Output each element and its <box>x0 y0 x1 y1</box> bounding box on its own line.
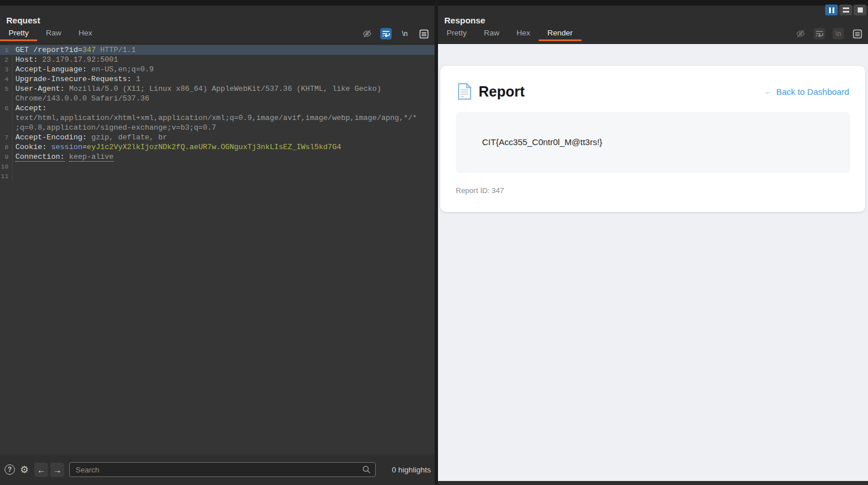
report-card-header: Report ← Back to Dashboard <box>457 82 849 101</box>
request-line-8[interactable]: 8Cookie: session=eyJ1c2VyX2lkIjozNDk2fQ.… <box>0 142 435 152</box>
flag-text: CIT{Acc355_C0ntr0l_M@tt3rs!} <box>482 137 602 147</box>
response-tabbar: PrettyRawHexRender <box>438 26 868 41</box>
newline-chars-icon[interactable]: \n <box>833 28 844 39</box>
line-number: 4 <box>0 74 13 84</box>
report-content-box: CIT{Acc355_C0ntr0l_M@tt3rs!} <box>456 112 850 173</box>
line-number: 10 <box>0 162 13 171</box>
response-tab-raw[interactable]: Raw <box>475 26 508 41</box>
response-panel: Response PrettyRawHexRender <box>438 6 868 485</box>
response-toolbar: \n <box>795 26 868 41</box>
search-input[interactable] <box>69 462 376 477</box>
line-number: 7 <box>0 133 13 142</box>
request-line-9[interactable]: 9Connection: keep-alive <box>0 152 435 162</box>
request-title: Request <box>6 15 435 25</box>
document-icon <box>457 83 472 100</box>
back-to-dashboard-link[interactable]: ← Back to Dashboard <box>764 87 849 97</box>
request-line-11[interactable]: 11 <box>0 171 435 181</box>
line-number: 8 <box>0 142 13 152</box>
request-toolbar: \n <box>361 26 435 41</box>
line-number: 2 <box>0 55 13 65</box>
search-icon <box>362 465 371 474</box>
request-line-wrap-7[interactable]: text/html,application/xhtml+xml,applicat… <box>0 113 435 123</box>
request-tab-raw[interactable]: Raw <box>37 26 70 41</box>
rows-layout-icon[interactable] <box>839 5 852 15</box>
request-line-7[interactable]: 7Accept-Encoding: gzip, deflate, br <box>0 133 435 142</box>
back-arrow-icon: ← <box>764 87 772 96</box>
request-line-5[interactable]: 5User-Agent: Mozilla/5.0 (X11; Linux x86… <box>0 84 435 94</box>
request-line-1[interactable]: 1GET /report?id=347 HTTP/1.1 <box>0 45 435 55</box>
word-wrap-icon[interactable] <box>814 28 825 39</box>
render-view: Report ← Back to Dashboard CIT{Acc355_C0… <box>438 44 868 481</box>
single-layout-icon[interactable] <box>854 5 866 15</box>
response-tab-hex[interactable]: Hex <box>508 26 539 41</box>
request-editor[interactable]: 1GET /report?id=347 HTTP/1.12Host: 23.17… <box>0 44 435 454</box>
highlights-count: 0 highlights <box>392 466 431 474</box>
line-number: 5 <box>0 84 13 94</box>
response-title: Response <box>444 15 868 25</box>
hide-nonprinting-icon[interactable] <box>795 28 806 39</box>
page-title: Report <box>479 83 525 100</box>
response-tab-pretty[interactable]: Pretty <box>438 26 475 41</box>
line-number: 6 <box>0 103 13 113</box>
request-header: Request PrettyRawHex <box>0 6 435 44</box>
search-prev-button[interactable]: ← <box>34 463 48 477</box>
request-tab-pretty[interactable]: Pretty <box>0 26 37 41</box>
request-line-10[interactable]: 10 <box>0 162 435 171</box>
request-line-wrap-5[interactable]: Chrome/143.0.0.0 Safari/537.36 <box>0 94 435 103</box>
request-tabbar: PrettyRawHex <box>0 26 435 41</box>
line-number: 3 <box>0 65 13 74</box>
report-card: Report ← Back to Dashboard CIT{Acc355_C0… <box>440 66 865 212</box>
editor-menu-icon[interactable] <box>418 28 429 39</box>
line-number <box>0 123 13 133</box>
help-icon[interactable]: ? <box>5 464 15 475</box>
line-number: 1 <box>0 45 13 55</box>
request-search-bar: ? ⚙ ← → 0 highlights <box>0 454 435 485</box>
request-tab-hex[interactable]: Hex <box>70 26 101 41</box>
editor-menu-icon[interactable] <box>851 28 863 39</box>
line-number <box>0 94 13 103</box>
hide-nonprinting-icon[interactable] <box>361 28 373 39</box>
layout-controls <box>825 5 866 15</box>
line-number <box>0 113 13 123</box>
word-wrap-icon[interactable] <box>380 28 392 39</box>
line-number: 9 <box>0 152 13 162</box>
request-line-wrap-8[interactable]: ;q=0.8,application/signed-exchange;v=b3;… <box>0 123 435 133</box>
gear-icon[interactable]: ⚙ <box>20 465 29 475</box>
columns-layout-icon[interactable] <box>825 5 838 15</box>
response-tab-render[interactable]: Render <box>539 26 581 41</box>
request-line-2[interactable]: 2Host: 23.179.17.92:5001 <box>0 55 435 65</box>
response-header: Response PrettyRawHexRender <box>438 6 868 44</box>
newline-chars-icon[interactable]: \n <box>399 28 411 39</box>
request-line-4[interactable]: 4Upgrade-Insecure-Requests: 1 <box>0 74 435 84</box>
request-line-3[interactable]: 3Accept-Language: en-US,en;q=0.9 <box>0 65 435 74</box>
request-line-6[interactable]: 6Accept: <box>0 103 435 113</box>
report-id: Report ID: 347 <box>456 186 504 195</box>
search-next-button[interactable]: → <box>50 463 64 477</box>
request-panel: Request PrettyRawHex <box>0 6 435 485</box>
line-number: 11 <box>0 171 13 181</box>
